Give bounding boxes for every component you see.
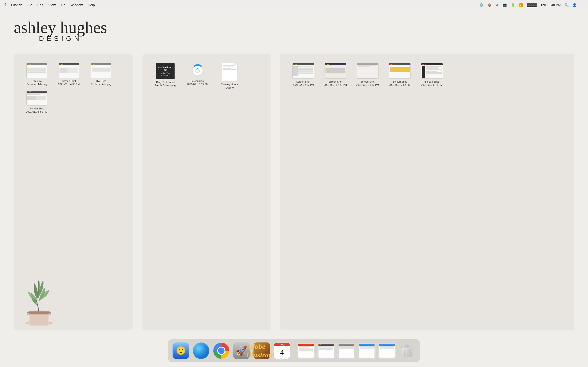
screenium-icon[interactable]: 👁 [495, 3, 499, 7]
dock: 🙂 🚀 Adobe Illustrator THU 4 [168, 339, 420, 362]
file-label: Screen Shot2021-01... 8:50 PM [26, 107, 48, 114]
panel-2: Are You Ready for to Start Your Online B… [142, 54, 271, 330]
preview-icon-4 [358, 343, 376, 359]
file-label: Screen Shot2021-02... 2:52 PM [389, 80, 410, 87]
file-label: Screen Shot2021-02... 2:27 PM [292, 80, 314, 87]
preview-icon-2 [317, 343, 336, 359]
chrome-icon [213, 343, 229, 359]
menu-go[interactable]: Go [61, 3, 65, 7]
file-thumbnail [222, 63, 238, 81]
plant-svg [18, 273, 60, 330]
panels-row: DW_SitePerform...Ads.png [14, 54, 574, 330]
battery-icon[interactable]: ▓▓▓▓ [527, 3, 537, 7]
airplay-icon[interactable]: 📺 [502, 3, 507, 7]
file-label: Screen Shot2021-02... 6:44 PM [421, 80, 443, 87]
finder-icon: 🙂 [173, 342, 189, 359]
calendar-day: 4 [274, 346, 290, 359]
file-label: Screen Shot2021-01... 0:09 PM [187, 79, 208, 86]
dropbox-icon[interactable]: 📦 [487, 3, 492, 7]
file-grid-1: DW_SitePerform...Ads.png [21, 61, 126, 116]
menu-edit[interactable]: Edit [37, 3, 43, 7]
svg-rect-7 [405, 345, 409, 347]
list-item[interactable]: Screen Shot2021-02... 2:27 PM [289, 63, 317, 87]
preview-icon-1 [297, 343, 315, 359]
controls-icon[interactable]: ☰ [580, 3, 583, 7]
file-thumbnail [357, 63, 379, 79]
orbit-icon [193, 342, 209, 359]
list-item[interactable]: DW_SitePerform...Ads.png [87, 63, 115, 86]
dock-item-preview2[interactable] [317, 342, 336, 360]
file-thumbnail [59, 63, 79, 78]
menu-window[interactable]: Window [70, 3, 83, 7]
list-item[interactable]: Screen Shot2021-01... 8:50 PM [23, 91, 51, 114]
list-item[interactable]: Screen Shot2021-02... 17:25 PM [321, 63, 349, 87]
list-item[interactable]: Screen Shot2021-02... 6:44 PM [418, 63, 446, 87]
list-item[interactable]: Screen Shot2021-02... 11:33 PM [354, 63, 381, 87]
dock-item-preview1[interactable] [297, 342, 315, 360]
trash-icon [399, 343, 415, 359]
file-label: Screen Shot2021-02... 17:25 PM [324, 80, 347, 87]
apple-logo-icon[interactable]:  [5, 2, 6, 7]
menu-view[interactable]: View [48, 3, 56, 7]
file-thumbnail [189, 63, 206, 78]
file-label: DW_SitePerform...Ads.png [27, 79, 47, 86]
file-label: DW_SitePerform...Ads.png [91, 79, 111, 86]
list-item[interactable]: Training VideosOutline [216, 63, 243, 90]
dock-item-orbit[interactable] [192, 342, 210, 360]
file-thumbnail [292, 63, 314, 79]
dock-item-finder[interactable]: 🙂 [172, 342, 190, 360]
desktop: ashley hughes DESIGN [0, 10, 588, 340]
list-item[interactable]: Are You Ready for to Start Your Online B… [152, 63, 179, 90]
battery-save-icon[interactable]: 🔋 [510, 3, 515, 7]
dock-divider [294, 346, 294, 360]
menu-finder[interactable]: Finder [11, 3, 22, 7]
file-grid-2: Are You Ready for to Start Your Online B… [149, 61, 264, 92]
logo-cursive-text: ashley hughes [14, 19, 107, 36]
file-thumbnail [389, 63, 411, 79]
dock-item-preview4[interactable] [358, 342, 376, 360]
dock-item-illustrator[interactable]: Adobe Illustrator [253, 342, 271, 360]
search-icon[interactable]: 🔍 [564, 3, 569, 7]
calendar-month: THU [274, 343, 290, 346]
file-grid-3: Screen Shot2021-02... 2:27 PM [287, 61, 567, 89]
file-label: Blog Post SocialMedia Covers.png [155, 81, 175, 87]
preview-icon-3 [337, 343, 356, 359]
list-item[interactable]: DW_SitePerform...Ads.png [23, 63, 51, 86]
file-label: Training VideosOutline [221, 83, 238, 90]
file-thumbnail [325, 63, 346, 79]
file-label: Screen Shot2021-02... 11:33 PM [356, 80, 379, 87]
dock-item-trash[interactable] [398, 342, 416, 360]
illustrator-icon: Adobe Illustrator [254, 342, 270, 359]
file-label: Screen Shot2021-01... 4:38 PM [58, 79, 80, 86]
file-thumbnail: Are You Ready for to Start Your Online B… [156, 63, 174, 79]
menu-help[interactable]: Help [88, 3, 95, 7]
preview-icon-5 [378, 343, 396, 359]
plant-decoration [18, 273, 60, 330]
clock: Thu 10:40 PM [540, 3, 561, 7]
file-thumbnail [26, 91, 47, 106]
panel-3: Screen Shot2021-02... 2:27 PM [280, 54, 574, 330]
logo-area: ashley hughes DESIGN [14, 19, 107, 42]
wifi-icon[interactable]: 📶 [519, 3, 523, 7]
dock-item-preview3[interactable] [337, 342, 356, 360]
file-thumbnail [26, 63, 47, 78]
menubar:  Finder File Edit View Go Window Help ⚙… [0, 0, 588, 10]
svg-rect-3 [30, 315, 48, 325]
dock-item-preview5[interactable] [378, 342, 396, 360]
dock-item-calendar[interactable]: THU 4 [273, 342, 291, 360]
menubar-left:  Finder File Edit View Go Window Help [5, 2, 95, 7]
menu-file[interactable]: File [27, 3, 32, 7]
list-item[interactable]: Screen Shot2021-01... 0:09 PM [184, 63, 211, 90]
file-thumbnail [421, 63, 443, 79]
avatar-icon[interactable]: 👤 [572, 3, 577, 7]
list-item[interactable]: Screen Shot2021-02... 2:52 PM [386, 63, 414, 87]
gear-icon[interactable]: ⚙️ [479, 3, 484, 7]
dock-item-chrome[interactable] [212, 342, 231, 360]
menubar-right: ⚙️ 📦 👁 📺 🔋 📶 ▓▓▓▓ Thu 10:40 PM 🔍 👤 ☰ [479, 3, 583, 7]
panel-1: DW_SitePerform...Ads.png [14, 54, 133, 330]
list-item[interactable]: Screen Shot2021-01... 4:38 PM [55, 63, 83, 86]
file-thumbnail [91, 63, 111, 78]
calendar-icon: THU 4 [274, 343, 290, 359]
